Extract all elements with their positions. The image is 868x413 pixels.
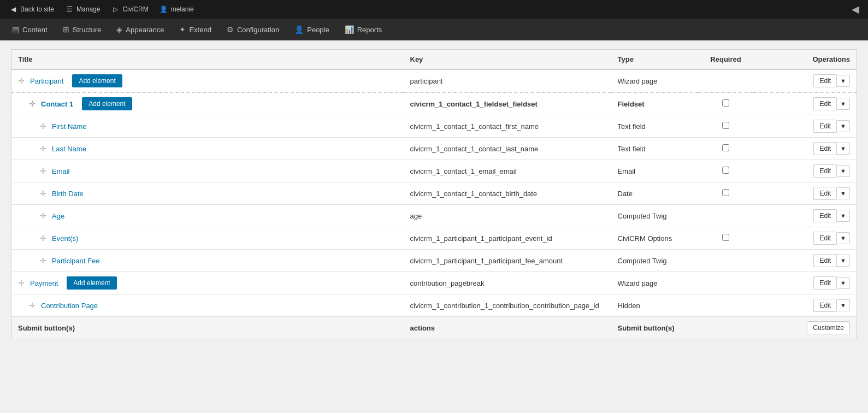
required-checkbox[interactable] xyxy=(722,234,729,241)
drag-handle-icon[interactable]: ✛ xyxy=(40,189,46,198)
required-cell xyxy=(699,294,753,317)
edit-button[interactable]: Edit xyxy=(813,74,836,87)
row-title-link[interactable]: Participant Fee xyxy=(52,257,99,265)
manage-menu[interactable]: ☰ Manage xyxy=(61,0,104,19)
key-cell: contribution_pagebreak xyxy=(404,272,611,294)
main-content: Title Key Type Required Operations ✛Part… xyxy=(0,40,868,413)
drag-handle-icon[interactable]: ✛ xyxy=(18,76,25,85)
drag-handle-icon[interactable]: ✛ xyxy=(40,144,46,153)
row-title-link[interactable]: Participant xyxy=(30,77,63,85)
nav-people[interactable]: 👤 People xyxy=(287,19,336,40)
operations-cell: Edit▼ xyxy=(753,294,857,317)
key-cell: civicrm_1_participant_1_participant_even… xyxy=(404,227,611,250)
nav-configuration[interactable]: ⚙ Configuration xyxy=(219,19,287,40)
elements-table: Title Key Type Required Operations ✛Part… xyxy=(11,49,857,339)
row-title-link[interactable]: Email xyxy=(52,167,70,175)
row-title-link[interactable]: Birth Date xyxy=(52,190,84,198)
row-title-link[interactable]: Contact 1 xyxy=(41,100,73,108)
edit-dropdown-button[interactable]: ▼ xyxy=(836,255,850,267)
key-cell: participant xyxy=(404,69,611,92)
customize-button[interactable]: Customize xyxy=(807,321,850,334)
row-title-link[interactable]: Age xyxy=(52,212,64,220)
operations-cell: Edit▼ xyxy=(753,115,857,138)
required-checkbox[interactable] xyxy=(722,167,729,174)
edit-dropdown-button[interactable]: ▼ xyxy=(836,143,850,155)
edit-button[interactable]: Edit xyxy=(813,299,836,312)
table-row: ✛Participant Feecivicrm_1_participant_1_… xyxy=(11,250,857,272)
required-cell xyxy=(699,69,753,92)
drag-handle-icon[interactable]: ✛ xyxy=(40,167,46,175)
edit-dropdown-button[interactable]: ▼ xyxy=(836,277,850,289)
edit-dropdown-button[interactable]: ▼ xyxy=(836,165,850,177)
add-element-button[interactable]: Add element xyxy=(82,97,132,110)
required-cell xyxy=(699,272,753,294)
drag-handle-icon[interactable]: ✛ xyxy=(40,256,46,265)
edit-button[interactable]: Edit xyxy=(813,276,836,290)
operations-cell: Edit▼ xyxy=(753,205,857,227)
operations-cell: Edit▼ xyxy=(753,160,857,182)
row-title-link[interactable]: Payment xyxy=(30,279,58,287)
required-checkbox[interactable] xyxy=(722,122,729,129)
nav-appearance[interactable]: ◈ Appearance xyxy=(109,19,172,40)
required-checkbox[interactable] xyxy=(722,144,729,151)
civicrm-menu[interactable]: ▷ CiviCRM xyxy=(107,0,152,19)
nav-structure[interactable]: ⊞ Structure xyxy=(55,19,109,40)
table-row: ✛Contribution Pagecivicrm_1_contribution… xyxy=(11,294,857,317)
key-cell: civicrm_1_contact_1_fieldset_fieldset xyxy=(404,92,611,115)
edit-button[interactable]: Edit xyxy=(813,120,836,133)
type-cell: Text field xyxy=(611,115,699,138)
key-cell: civicrm_1_participant_1_participant_fee_… xyxy=(404,250,611,272)
edit-button[interactable]: Edit xyxy=(813,209,836,222)
edit-button[interactable]: Edit xyxy=(813,187,836,200)
table-row: ✛Last Namecivicrm_1_contact_1_contact_la… xyxy=(11,138,857,160)
required-checkbox[interactable] xyxy=(722,99,729,107)
edit-dropdown-button[interactable]: ▼ xyxy=(836,98,850,110)
edit-button[interactable]: Edit xyxy=(813,97,836,110)
operations-cell: Edit▼ xyxy=(753,138,857,160)
drag-handle-icon[interactable]: ✛ xyxy=(40,211,46,220)
drag-handle-icon[interactable]: ✛ xyxy=(29,99,36,108)
nav-bar: ▤ Content ⊞ Structure ◈ Appearance ✦ Ext… xyxy=(0,19,868,40)
submit-key: actions xyxy=(404,317,611,339)
submit-operations: Customize xyxy=(753,317,857,339)
edit-dropdown-button[interactable]: ▼ xyxy=(836,232,850,244)
back-to-site[interactable]: ◀ Back to site xyxy=(4,0,58,19)
menu-icon: ☰ xyxy=(65,5,74,14)
user-menu[interactable]: 👤 melanie xyxy=(155,0,198,19)
type-cell: Wizard page xyxy=(611,272,699,294)
reports-icon: 📊 xyxy=(345,25,354,34)
type-cell: Computed Twig xyxy=(611,205,699,227)
col-operations: Operations xyxy=(753,50,857,70)
row-title-link[interactable]: First Name xyxy=(52,122,87,131)
drag-handle-icon[interactable]: ✛ xyxy=(29,301,36,310)
drag-handle-icon[interactable]: ✛ xyxy=(40,234,46,243)
add-element-button[interactable]: Add element xyxy=(72,74,122,87)
edit-button[interactable]: Edit xyxy=(813,164,836,178)
edit-dropdown-button[interactable]: ▼ xyxy=(836,210,850,222)
operations-cell: Edit▼ xyxy=(753,250,857,272)
nav-content[interactable]: ▤ Content xyxy=(4,19,55,40)
type-cell: Computed Twig xyxy=(611,250,699,272)
nav-extend[interactable]: ✦ Extend xyxy=(172,19,219,40)
add-element-button[interactable]: Add element xyxy=(67,276,116,290)
row-title-link[interactable]: Event(s) xyxy=(52,234,78,243)
drag-handle-icon[interactable]: ✛ xyxy=(40,122,46,131)
edit-button[interactable]: Edit xyxy=(813,232,836,245)
edit-dropdown-button[interactable]: ▼ xyxy=(836,120,850,132)
edit-dropdown-button[interactable]: ▼ xyxy=(836,299,850,311)
civicrm-icon: ▷ xyxy=(111,5,120,14)
key-cell: civicrm_1_contact_1_contact_first_name xyxy=(404,115,611,138)
key-cell: civicrm_1_contribution_1_contribution_co… xyxy=(404,294,611,317)
required-checkbox[interactable] xyxy=(722,189,729,196)
edit-dropdown-button[interactable]: ▼ xyxy=(836,75,850,87)
nav-reports[interactable]: 📊 Reports xyxy=(337,19,390,40)
edit-button[interactable]: Edit xyxy=(813,254,836,267)
edit-dropdown-button[interactable]: ▼ xyxy=(836,187,850,199)
drag-handle-icon[interactable]: ✛ xyxy=(18,279,25,287)
submit-type: Submit button(s) xyxy=(611,317,699,339)
row-title-link[interactable]: Last Name xyxy=(52,145,86,153)
table-row: ✛PaymentAdd elementcontribution_pagebrea… xyxy=(11,272,857,294)
type-cell: Wizard page xyxy=(611,69,699,92)
edit-button[interactable]: Edit xyxy=(813,142,836,155)
row-title-link[interactable]: Contribution Page xyxy=(41,302,98,310)
